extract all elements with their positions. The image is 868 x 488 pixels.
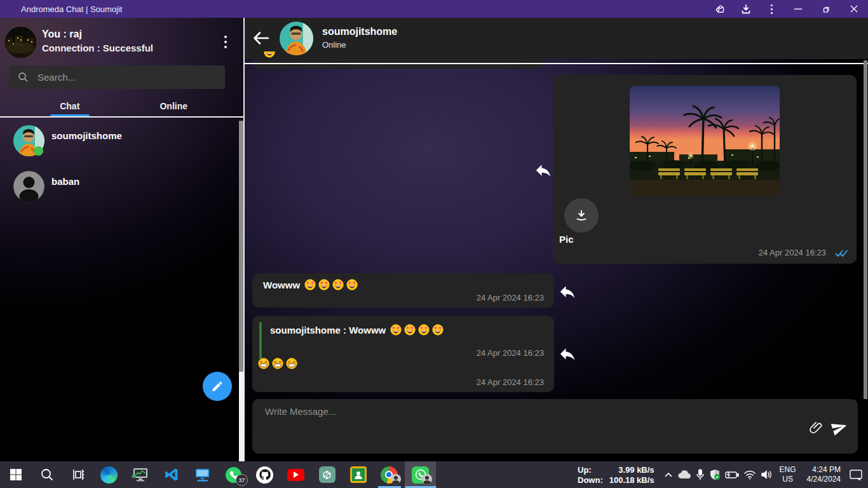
- network-speed: Up: 3.99 kB/s Down: 100.18 kB/s: [578, 465, 654, 485]
- taskbar-search-icon[interactable]: [31, 461, 62, 488]
- message-timestamp: 24 Apr 2024 16:23: [759, 248, 826, 257]
- user-avatar: [5, 27, 36, 58]
- download-icon[interactable]: [733, 0, 759, 18]
- tab-online-label: Online: [159, 101, 187, 111]
- image-message-bubble: Pic 24 Apr 2024 16:23: [553, 75, 857, 264]
- message-emojis: [304, 279, 358, 290]
- emoji-star-struck: [346, 279, 358, 290]
- search-box[interactable]: [9, 65, 225, 89]
- classroom-icon[interactable]: [342, 461, 374, 488]
- action-center-icon[interactable]: [849, 469, 863, 480]
- task-manager-icon[interactable]: [125, 461, 156, 488]
- reply-icon[interactable]: [534, 161, 553, 180]
- sidebar-menu-icon[interactable]: [222, 33, 229, 51]
- message-text: Wowww: [263, 280, 300, 290]
- search-input[interactable]: [36, 71, 204, 83]
- tab-bar: Chat Online: [0, 95, 243, 118]
- header-divider: [245, 63, 868, 64]
- send-icon[interactable]: [829, 417, 850, 438]
- volume-icon[interactable]: [761, 470, 773, 480]
- microphone-icon[interactable]: [696, 469, 705, 480]
- reply-icon[interactable]: [558, 282, 577, 301]
- tab-chat[interactable]: Chat: [18, 95, 122, 116]
- app-window: You : raj Connection : Successful Chat O…: [0, 18, 868, 461]
- download-icon: [574, 208, 588, 222]
- message-timestamp: 24 Apr 2024 16:23: [477, 377, 544, 387]
- whatsapp-icon[interactable]: 37: [218, 461, 249, 488]
- upload-value: 3.99 kB/s: [609, 465, 654, 475]
- chat-header: soumojitshome Online: [245, 18, 868, 59]
- hidden-icons-chevron[interactable]: [664, 471, 673, 478]
- message-input[interactable]: [264, 405, 648, 417]
- emoji-star-struck: [304, 279, 316, 290]
- profile-badge: [422, 474, 432, 484]
- sidebar: You : raj Connection : Successful Chat O…: [0, 18, 245, 461]
- download-image-button[interactable]: [564, 198, 599, 233]
- vscode-icon[interactable]: [156, 461, 187, 488]
- partial-emoji: [264, 51, 276, 60]
- contact-name: soumojitshome: [51, 130, 122, 141]
- partial-message-bubble: [252, 60, 543, 69]
- whatsapp-badge: 37: [236, 474, 248, 486]
- quoted-timestamp: 24 Apr 2024 16:23: [477, 348, 544, 358]
- andromeda-chat-app-icon[interactable]: [405, 461, 436, 488]
- reply-message-bubble: soumojitshome : Wowww 24 Apr 2024 16:23 …: [252, 316, 554, 392]
- language-indicator[interactable]: ENG US: [780, 465, 796, 484]
- sidebar-scrollbar-track[interactable]: [239, 372, 243, 461]
- remote-desktop-icon[interactable]: [187, 461, 218, 488]
- emoji-star-struck: [318, 279, 330, 290]
- chat-list-item-soumojitshome[interactable]: soumojitshome: [0, 119, 239, 165]
- wow-message-bubble: Wowww 24 Apr 2024 16:23: [252, 273, 554, 308]
- github-icon[interactable]: [249, 461, 280, 488]
- chat-header-avatar: [280, 22, 313, 55]
- close-button[interactable]: [840, 0, 868, 18]
- message-timestamp: 24 Apr 2024 16:23: [477, 293, 544, 302]
- titlebar: Andromeda Chat | Soumojit: [0, 0, 868, 18]
- wifi-icon[interactable]: [743, 470, 756, 480]
- youtube-icon[interactable]: [280, 461, 311, 488]
- chrome-icon[interactable]: [374, 461, 405, 488]
- quoted-message[interactable]: soumojitshome : Wowww 24 Apr 2024 16:23: [259, 322, 545, 359]
- emoji-star-struck: [418, 324, 430, 336]
- tab-chat-label: Chat: [60, 101, 79, 111]
- extensions-icon[interactable]: [708, 0, 733, 18]
- tab-online[interactable]: Online: [122, 95, 226, 116]
- profile-name: You : raj: [42, 29, 82, 40]
- titlebar-menu-icon[interactable]: [759, 0, 784, 18]
- new-chat-button[interactable]: [203, 372, 232, 401]
- image-caption: Pic: [559, 234, 574, 245]
- pencil-icon: [211, 380, 224, 393]
- chat-list-item-baban[interactable]: baban: [0, 165, 239, 210]
- reply-icon[interactable]: [558, 344, 577, 363]
- restore-button[interactable]: [812, 0, 840, 18]
- message-composer: [252, 399, 858, 454]
- minimize-button[interactable]: [784, 0, 812, 18]
- message-emojis: [258, 358, 297, 369]
- emoji-beaming: [272, 358, 283, 369]
- language-region: US: [780, 475, 796, 484]
- chatgpt-icon[interactable]: [311, 461, 342, 488]
- clock-time: 4:24 PM: [807, 465, 841, 475]
- task-view-icon[interactable]: [62, 461, 93, 488]
- security-shield-icon[interactable]: [709, 469, 721, 480]
- onedrive-icon[interactable]: [677, 470, 691, 479]
- window-title: Andromeda Chat | Soumojit: [21, 4, 122, 14]
- contact-name: baban: [51, 176, 79, 187]
- search-icon: [18, 72, 29, 83]
- back-button[interactable]: [252, 30, 271, 48]
- profile-row: You : raj Connection : Successful: [5, 25, 237, 61]
- sidebar-scrollbar-thumb[interactable]: [239, 121, 243, 372]
- attach-file-icon[interactable]: [808, 420, 824, 435]
- sent-photo[interactable]: [630, 86, 780, 196]
- taskbar: 37 Up: 3.99 kB/s Down: 100.18 kB/s: [0, 461, 868, 488]
- quoted-emojis: [390, 324, 444, 336]
- emoji-star-struck: [432, 324, 444, 336]
- chat-scrollbar-thumb[interactable]: [864, 60, 867, 399]
- battery-icon[interactable]: [725, 470, 739, 479]
- start-button[interactable]: [0, 461, 31, 488]
- profile-badge: [391, 474, 401, 484]
- language-code: ENG: [780, 465, 796, 475]
- online-indicator: [34, 146, 43, 156]
- taskbar-clock[interactable]: 4:24 PM 4/24/2024: [807, 465, 841, 484]
- edge-icon[interactable]: [93, 461, 125, 488]
